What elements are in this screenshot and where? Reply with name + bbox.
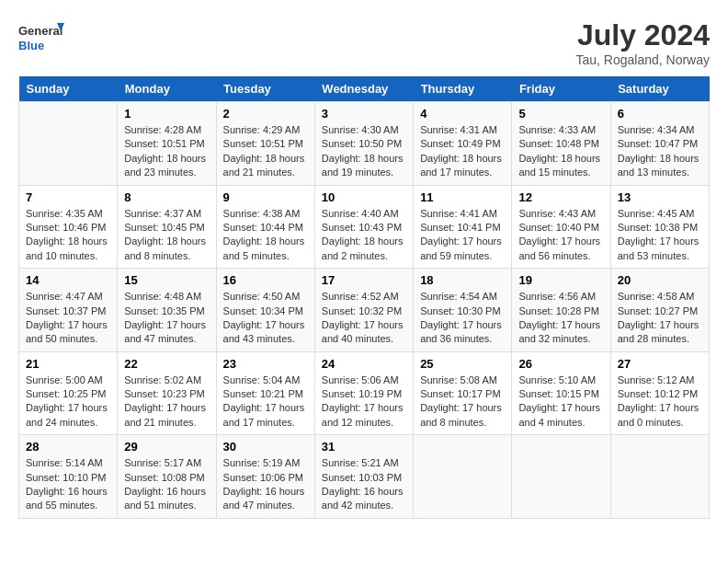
title-block: July 2024 Tau, Rogaland, Norway	[575, 18, 710, 67]
month-title: July 2024	[575, 18, 710, 52]
day-info: Sunrise: 5:12 AMSunset: 10:12 PMDaylight…	[618, 373, 702, 431]
day-number: 10	[322, 190, 406, 204]
day-header-saturday: Saturday	[610, 76, 709, 102]
day-info: Sunrise: 5:14 AMSunset: 10:10 PMDaylight…	[26, 456, 110, 513]
day-number: 5	[518, 107, 603, 121]
calendar-cell: 30Sunrise: 5:19 AMSunset: 10:06 PMDaylig…	[216, 435, 314, 519]
day-info: Sunrise: 4:45 AMSunset: 10:38 PMDaylight…	[618, 207, 702, 264]
day-info: Sunrise: 4:37 AMSunset: 10:45 PMDaylight…	[124, 207, 209, 264]
day-info: Sunrise: 4:41 AMSunset: 10:41 PMDaylight…	[420, 207, 505, 264]
calendar-header-row: SundayMondayTuesdayWednesdayThursdayFrid…	[19, 76, 710, 102]
day-header-thursday: Thursday	[414, 76, 512, 102]
day-info: Sunrise: 4:40 AMSunset: 10:43 PMDaylight…	[322, 207, 406, 264]
day-header-wednesday: Wednesday	[314, 76, 413, 102]
day-info: Sunrise: 4:29 AMSunset: 10:51 PMDaylight…	[223, 123, 308, 180]
calendar-cell: 11Sunrise: 4:41 AMSunset: 10:41 PMDaylig…	[414, 185, 512, 269]
day-info: Sunrise: 5:02 AMSunset: 10:23 PMDaylight…	[124, 373, 209, 431]
calendar-cell: 17Sunrise: 4:52 AMSunset: 10:32 PMDaylig…	[314, 269, 413, 352]
day-number: 14	[26, 273, 110, 287]
day-number: 8	[124, 190, 209, 204]
day-info: Sunrise: 5:17 AMSunset: 10:08 PMDaylight…	[124, 456, 209, 513]
day-number: 15	[124, 273, 209, 287]
day-info: Sunrise: 4:33 AMSunset: 10:48 PMDaylight…	[518, 123, 603, 180]
day-info: Sunrise: 5:10 AMSunset: 10:15 PMDaylight…	[518, 373, 603, 431]
day-header-tuesday: Tuesday	[216, 76, 314, 102]
day-number: 28	[26, 440, 110, 454]
calendar-cell: 28Sunrise: 5:14 AMSunset: 10:10 PMDaylig…	[19, 435, 118, 519]
calendar-cell: 12Sunrise: 4:43 AMSunset: 10:40 PMDaylig…	[512, 185, 610, 269]
day-number: 29	[124, 440, 209, 454]
calendar-cell: 14Sunrise: 4:47 AMSunset: 10:37 PMDaylig…	[19, 269, 118, 352]
day-number: 16	[223, 273, 308, 287]
day-info: Sunrise: 4:31 AMSunset: 10:49 PMDaylight…	[420, 123, 505, 180]
day-info: Sunrise: 4:58 AMSunset: 10:27 PMDaylight…	[618, 290, 702, 347]
day-number: 19	[518, 273, 603, 287]
day-number: 6	[618, 107, 702, 121]
calendar-cell: 5Sunrise: 4:33 AMSunset: 10:48 PMDayligh…	[512, 102, 610, 186]
calendar-cell: 21Sunrise: 5:00 AMSunset: 10:25 PMDaylig…	[19, 351, 118, 435]
day-info: Sunrise: 4:52 AMSunset: 10:32 PMDaylight…	[322, 290, 406, 347]
day-info: Sunrise: 4:47 AMSunset: 10:37 PMDaylight…	[26, 290, 110, 347]
day-number: 24	[322, 357, 406, 371]
day-info: Sunrise: 4:43 AMSunset: 10:40 PMDaylight…	[518, 207, 603, 264]
location: Tau, Rogaland, Norway	[575, 52, 710, 67]
day-number: 2	[223, 107, 308, 121]
calendar-cell: 29Sunrise: 5:17 AMSunset: 10:08 PMDaylig…	[118, 435, 216, 519]
day-info: Sunrise: 5:00 AMSunset: 10:25 PMDaylight…	[26, 373, 110, 431]
day-info: Sunrise: 4:54 AMSunset: 10:30 PMDaylight…	[420, 290, 505, 347]
svg-text:General: General	[18, 24, 63, 38]
day-number: 27	[618, 357, 702, 371]
calendar-cell: 26Sunrise: 5:10 AMSunset: 10:15 PMDaylig…	[512, 351, 610, 435]
calendar-week-2: 7Sunrise: 4:35 AMSunset: 10:46 PMDayligh…	[19, 185, 710, 269]
day-info: Sunrise: 5:08 AMSunset: 10:17 PMDaylight…	[420, 373, 505, 431]
logo: General Blue	[18, 18, 64, 60]
calendar-table: SundayMondayTuesdayWednesdayThursdayFrid…	[18, 76, 710, 519]
page-header: General Blue July 2024 Tau, Rogaland, No…	[18, 18, 710, 67]
day-number: 9	[223, 190, 308, 204]
day-number: 3	[322, 107, 406, 121]
calendar-cell: 13Sunrise: 4:45 AMSunset: 10:38 PMDaylig…	[610, 185, 709, 269]
day-number: 25	[420, 357, 505, 371]
calendar-cell: 18Sunrise: 4:54 AMSunset: 10:30 PMDaylig…	[414, 269, 512, 352]
day-number: 7	[26, 190, 110, 204]
day-info: Sunrise: 5:04 AMSunset: 10:21 PMDaylight…	[223, 373, 308, 431]
calendar-cell: 20Sunrise: 4:58 AMSunset: 10:27 PMDaylig…	[610, 269, 709, 352]
day-info: Sunrise: 4:34 AMSunset: 10:47 PMDaylight…	[618, 123, 702, 180]
calendar-cell: 23Sunrise: 5:04 AMSunset: 10:21 PMDaylig…	[216, 351, 314, 435]
day-info: Sunrise: 4:38 AMSunset: 10:44 PMDaylight…	[223, 207, 308, 264]
calendar-cell: 15Sunrise: 4:48 AMSunset: 10:35 PMDaylig…	[118, 269, 216, 352]
calendar-cell: 27Sunrise: 5:12 AMSunset: 10:12 PMDaylig…	[610, 351, 709, 435]
calendar-cell: 2Sunrise: 4:29 AMSunset: 10:51 PMDayligh…	[216, 102, 314, 186]
calendar-cell: 25Sunrise: 5:08 AMSunset: 10:17 PMDaylig…	[414, 351, 512, 435]
calendar-cell: 9Sunrise: 4:38 AMSunset: 10:44 PMDayligh…	[216, 185, 314, 269]
day-number: 17	[322, 273, 406, 287]
day-info: Sunrise: 4:50 AMSunset: 10:34 PMDaylight…	[223, 290, 308, 347]
calendar-cell	[19, 102, 118, 186]
day-number: 1	[124, 107, 209, 121]
calendar-cell	[414, 435, 512, 519]
day-info: Sunrise: 4:48 AMSunset: 10:35 PMDaylight…	[124, 290, 209, 347]
day-number: 20	[618, 273, 702, 287]
logo-svg: General Blue	[18, 18, 64, 60]
day-info: Sunrise: 4:30 AMSunset: 10:50 PMDaylight…	[322, 123, 406, 180]
calendar-cell	[512, 435, 610, 519]
calendar-cell: 24Sunrise: 5:06 AMSunset: 10:19 PMDaylig…	[314, 351, 413, 435]
calendar-cell: 8Sunrise: 4:37 AMSunset: 10:45 PMDayligh…	[118, 185, 216, 269]
calendar-week-4: 21Sunrise: 5:00 AMSunset: 10:25 PMDaylig…	[19, 351, 710, 435]
day-number: 4	[420, 107, 505, 121]
day-number: 31	[322, 440, 406, 454]
day-header-sunday: Sunday	[19, 76, 118, 102]
calendar-cell: 19Sunrise: 4:56 AMSunset: 10:28 PMDaylig…	[512, 269, 610, 352]
calendar-cell	[610, 435, 709, 519]
day-number: 12	[518, 190, 603, 204]
day-number: 11	[420, 190, 505, 204]
day-number: 22	[124, 357, 209, 371]
calendar-week-1: 1Sunrise: 4:28 AMSunset: 10:51 PMDayligh…	[19, 102, 710, 186]
calendar-cell: 10Sunrise: 4:40 AMSunset: 10:43 PMDaylig…	[314, 185, 413, 269]
day-number: 23	[223, 357, 308, 371]
day-info: Sunrise: 5:21 AMSunset: 10:03 PMDaylight…	[322, 456, 406, 513]
calendar-week-3: 14Sunrise: 4:47 AMSunset: 10:37 PMDaylig…	[19, 269, 710, 352]
day-info: Sunrise: 4:28 AMSunset: 10:51 PMDaylight…	[124, 123, 209, 180]
day-number: 21	[26, 357, 110, 371]
calendar-cell: 7Sunrise: 4:35 AMSunset: 10:46 PMDayligh…	[19, 185, 118, 269]
